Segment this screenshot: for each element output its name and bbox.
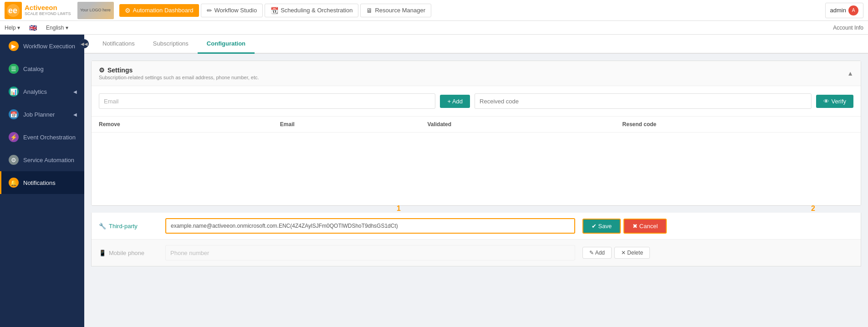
sidebar-item-notifications[interactable]: 🔔 Notifications bbox=[0, 171, 84, 194]
mobile-phone-row: 📱 Mobile phone ✎ Add ✕ Delete bbox=[92, 240, 861, 266]
workflow-execution-icon: ▶ bbox=[9, 41, 19, 51]
logo-placeholder: Your LOGO here bbox=[77, 2, 114, 19]
add-del-buttons: ✎ Add ✕ Delete bbox=[582, 247, 650, 259]
top-nav-right: admin A bbox=[825, 3, 863, 18]
admin-avatar: A bbox=[848, 5, 858, 15]
main-content: Notifications Subscriptions Configuratio… bbox=[84, 35, 868, 327]
wrench-icon: 🔧 bbox=[99, 223, 106, 230]
language-selector[interactable]: English ▾ bbox=[46, 25, 68, 31]
cancel-button[interactable]: ✖ Cancel bbox=[623, 219, 667, 234]
help-link[interactable]: Help ▾ bbox=[5, 25, 20, 31]
top-nav: ee Activeeon SCALE BEYOND LIMITS Your LO… bbox=[0, 0, 868, 21]
brand-name: Activeeon bbox=[25, 4, 71, 12]
analytics-icon: 📊 bbox=[9, 87, 19, 97]
delete-phone-button[interactable]: ✕ Delete bbox=[614, 247, 650, 259]
your-logo-box: Your LOGO here bbox=[77, 2, 114, 19]
tab-notifications[interactable]: Notifications bbox=[93, 35, 144, 54]
mobile-icon: 📱 bbox=[99, 250, 106, 256]
sidebar: ◀◀ ▶ Workflow Execution ☰ Catalog 📊 Anal… bbox=[0, 35, 84, 327]
job-planner-chevron: ◀ bbox=[73, 112, 77, 117]
svg-text:ee: ee bbox=[8, 6, 17, 15]
catalog-icon: ☰ bbox=[9, 64, 19, 74]
logo-box: ee bbox=[5, 2, 22, 19]
scheduling-btn[interactable]: 📆 Scheduling & Orchestration bbox=[265, 4, 358, 17]
col-resend-code: Resend code bbox=[615, 117, 861, 133]
received-code-input[interactable] bbox=[475, 93, 811, 109]
email-input[interactable] bbox=[99, 93, 435, 109]
bottom-section: 1 2 🔧 Third-party ✔ Save ✖ Cancel bbox=[91, 213, 861, 266]
sidebar-item-service-automation[interactable]: ⚙ Service Automation bbox=[0, 148, 84, 171]
secondary-nav: Help ▾ 🇬🇧 English ▾ Account Info bbox=[0, 21, 868, 35]
eye-icon: 👁 bbox=[823, 98, 829, 105]
gear-icon: ⚙ bbox=[99, 66, 105, 74]
settings-header: ⚙ Settings Subscription-related settings… bbox=[92, 61, 861, 86]
analytics-chevron: ◀ bbox=[73, 89, 77, 94]
event-orchestration-icon: ⚡ bbox=[9, 132, 19, 142]
col-email: Email bbox=[273, 117, 420, 133]
third-party-label: 🔧 Third-party bbox=[99, 223, 158, 230]
admin-button[interactable]: admin A bbox=[825, 3, 863, 18]
sidebar-item-analytics[interactable]: 📊 Analytics ◀ bbox=[0, 80, 84, 103]
job-planner-icon: 📅 bbox=[9, 109, 19, 119]
tab-subscriptions[interactable]: Subscriptions bbox=[144, 35, 198, 54]
scheduling-icon: 📆 bbox=[271, 7, 278, 14]
mobile-label: 📱 Mobile phone bbox=[99, 250, 158, 256]
tabs-bar: Notifications Subscriptions Configuratio… bbox=[84, 35, 868, 54]
tab-configuration[interactable]: Configuration bbox=[198, 35, 255, 54]
add-phone-button[interactable]: ✎ Add bbox=[582, 247, 612, 259]
settings-subtitle: Subscription-related settings such as em… bbox=[99, 75, 259, 80]
verify-button[interactable]: 👁 Verify bbox=[816, 95, 854, 108]
action-buttons: ✔ Save ✖ Cancel bbox=[582, 219, 667, 234]
workflow-studio-btn[interactable]: ✏ Workflow Studio bbox=[201, 4, 263, 17]
workflow-icon: ✏ bbox=[207, 7, 212, 14]
sidebar-item-catalog[interactable]: ☰ Catalog bbox=[0, 57, 84, 80]
main-layout: ◀◀ ▶ Workflow Execution ☰ Catalog 📊 Anal… bbox=[0, 35, 868, 327]
third-party-row: 🔧 Third-party ✔ Save ✖ Cancel bbox=[92, 213, 861, 240]
sidebar-item-job-planner[interactable]: 📅 Job Planner ◀ bbox=[0, 103, 84, 126]
step-1-label: 1 bbox=[397, 204, 401, 213]
sidebar-item-workflow-execution[interactable]: ▶ Workflow Execution bbox=[0, 35, 84, 57]
language-flag: 🇬🇧 bbox=[29, 24, 37, 31]
brand-text: Activeeon SCALE BEYOND LIMITS bbox=[25, 4, 71, 16]
phone-input[interactable] bbox=[165, 245, 575, 261]
logo-area: ee Activeeon SCALE BEYOND LIMITS bbox=[5, 2, 71, 19]
col-validated: Validated bbox=[420, 117, 615, 133]
table-empty-row bbox=[92, 133, 861, 205]
sidebar-item-event-orchestration[interactable]: ⚡ Event Orchestration bbox=[0, 126, 84, 148]
settings-panel: ⚙ Settings Subscription-related settings… bbox=[91, 61, 861, 206]
service-automation-icon: ⚙ bbox=[9, 155, 19, 165]
save-button[interactable]: ✔ Save bbox=[582, 219, 621, 234]
brand-tagline: SCALE BEYOND LIMITS bbox=[25, 12, 71, 16]
col-remove: Remove bbox=[92, 117, 273, 133]
email-row: + Add 👁 Verify bbox=[92, 86, 861, 117]
notifications-icon: 🔔 bbox=[9, 178, 19, 188]
settings-title: ⚙ Settings bbox=[99, 66, 259, 74]
account-info[interactable]: Account Info bbox=[833, 25, 863, 31]
sidebar-collapse-btn[interactable]: ◀◀ bbox=[80, 39, 89, 48]
email-table: Remove Email Validated Resend code bbox=[92, 117, 861, 205]
automation-icon: ⚙ bbox=[125, 7, 131, 14]
resource-icon: 🖥 bbox=[366, 7, 373, 14]
table-header-row: Remove Email Validated Resend code bbox=[92, 117, 861, 133]
automation-dashboard-btn[interactable]: ⚙ Automation Dashboard bbox=[119, 4, 199, 17]
step-2-label: 2 bbox=[811, 204, 815, 213]
third-party-input[interactable] bbox=[165, 218, 575, 234]
settings-collapse-btn[interactable]: ▲ bbox=[847, 70, 853, 77]
email-table-body bbox=[92, 133, 861, 205]
resource-manager-btn[interactable]: 🖥 Resource Manager bbox=[360, 4, 431, 17]
settings-title-area: ⚙ Settings Subscription-related settings… bbox=[99, 66, 259, 80]
add-email-button[interactable]: + Add bbox=[440, 95, 470, 108]
